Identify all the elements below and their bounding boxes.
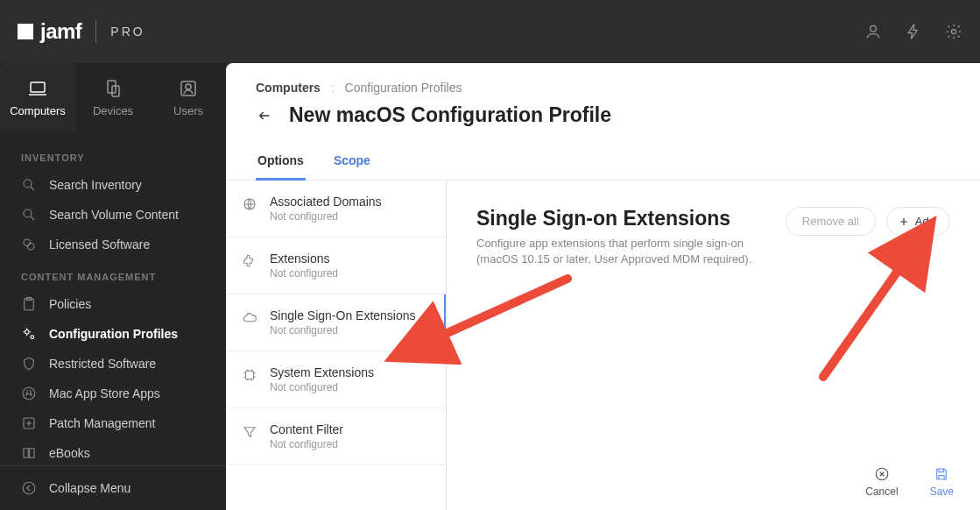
payload-content-filter[interactable]: Content FilterNot configured	[226, 408, 446, 465]
logo-divider	[95, 20, 96, 43]
nav-search-volume[interactable]: Search Volume Content	[0, 200, 226, 230]
nav-item-label: Search Inventory	[49, 178, 142, 192]
payload-sub: Not configured	[270, 324, 416, 336]
funnel-icon	[242, 424, 257, 440]
nav-policies[interactable]: Policies	[0, 289, 226, 319]
svg-point-0	[871, 25, 877, 32]
cancel-icon	[874, 466, 890, 482]
remove-all-button[interactable]: Remove all	[786, 207, 876, 236]
nav-licensed-software[interactable]: Licensed Software	[0, 230, 226, 259]
search-icon	[21, 177, 37, 193]
left-sidebar: Computers Devices Users INVENTORY Search…	[0, 63, 226, 510]
top-icons	[864, 23, 962, 40]
payload-label: System Extensions	[270, 365, 374, 379]
nav-tab-label: Computers	[10, 104, 66, 117]
page-title: New macOS Configuration Profile	[289, 103, 611, 127]
payload-label: Content Filter	[270, 422, 343, 436]
main-panel: Computers : Configuration Profiles New m…	[226, 63, 980, 510]
nav-item-label: Restricted Software	[49, 357, 156, 371]
detail-title: Single Sign-on Extensions	[476, 207, 768, 230]
payload-label: Associated Domains	[270, 195, 382, 209]
nav-item-label: Policies	[49, 297, 91, 311]
tab-options[interactable]: Options	[256, 145, 306, 180]
logo-text: jamf	[40, 19, 81, 44]
nav-tab-label: Devices	[93, 104, 133, 117]
svg-point-13	[25, 330, 30, 335]
nav-ebooks[interactable]: eBooks	[0, 438, 226, 465]
users-icon	[178, 78, 199, 99]
footer-actions: Cancel Save	[865, 466, 954, 498]
cancel-button[interactable]: Cancel	[865, 466, 898, 498]
nav-item-label: Configuration Profiles	[49, 327, 178, 341]
search-icon	[21, 207, 37, 223]
puzzle-icon	[242, 253, 257, 269]
license-icon	[21, 237, 37, 252]
nav-patch-mgmt[interactable]: Patch Management	[0, 408, 226, 438]
payload-extensions[interactable]: ExtensionsNot configured	[226, 237, 446, 294]
payload-associated-domains[interactable]: Associated DomainsNot configured	[226, 181, 446, 237]
svg-point-14	[31, 336, 34, 339]
logo-edition: PRO	[110, 25, 145, 39]
nav-config-profiles[interactable]: Configuration Profiles	[0, 319, 226, 349]
payload-system-extensions[interactable]: System ExtensionsNot configured	[226, 351, 446, 408]
payload-sub: Not configured	[270, 438, 343, 450]
detail-panel: Single Sign-on Extensions Configure app …	[447, 181, 980, 510]
svg-rect-2	[31, 82, 45, 92]
nav-tab-computers[interactable]: Computers	[0, 63, 75, 131]
breadcrumb: Computers : Configuration Profiles	[226, 63, 980, 95]
breadcrumb-sep: :	[331, 81, 335, 95]
save-button[interactable]: Save	[930, 466, 954, 498]
collapse-menu[interactable]: Collapse Menu	[0, 465, 226, 510]
save-icon	[934, 466, 949, 482]
svg-point-10	[28, 244, 35, 251]
payload-sub: Not configured	[270, 210, 382, 223]
gear-icon[interactable]	[945, 23, 962, 40]
tab-scope[interactable]: Scope	[332, 145, 372, 180]
nav-tab-devices[interactable]: Devices	[75, 63, 151, 131]
svg-point-15	[23, 387, 35, 400]
add-label: Add	[915, 215, 935, 228]
patch-icon	[21, 415, 37, 431]
breadcrumb-current[interactable]: Configuration Profiles	[345, 81, 462, 95]
nav-search-inventory[interactable]: Search Inventory	[0, 170, 226, 200]
svg-point-8	[24, 209, 32, 217]
chip-icon	[242, 367, 257, 383]
nav-restricted-software[interactable]: Restricted Software	[0, 349, 226, 379]
laptop-icon	[27, 78, 48, 99]
section-content-mgmt: CONTENT MANAGEMENT	[0, 259, 226, 289]
svg-point-1	[952, 30, 956, 34]
svg-point-9	[24, 239, 31, 246]
payload-sub: Not configured	[270, 267, 338, 280]
payload-sub: Not configured	[270, 381, 374, 393]
plus-icon	[898, 216, 910, 228]
payload-sso-extensions[interactable]: Single Sign-On ExtensionsNot configured	[226, 294, 446, 351]
back-arrow-icon[interactable]	[256, 109, 273, 123]
content-row: Associated DomainsNot configured Extensi…	[226, 181, 980, 510]
svg-point-6	[186, 84, 191, 89]
payload-list[interactable]: Associated DomainsNot configured Extensi…	[226, 181, 447, 510]
logo-mark-icon	[18, 24, 33, 39]
save-label: Save	[930, 485, 954, 498]
gears-icon	[21, 326, 37, 342]
clipboard-icon	[21, 296, 37, 312]
user-icon[interactable]	[864, 23, 882, 40]
shield-icon	[21, 356, 37, 372]
payload-label: Single Sign-On Extensions	[270, 308, 416, 322]
book-icon	[21, 445, 37, 461]
breadcrumb-root[interactable]: Computers	[256, 81, 321, 95]
collapse-label: Collapse Menu	[49, 481, 130, 495]
nav-mas-apps[interactable]: Mac App Store Apps	[0, 379, 226, 408]
nav-tab-users[interactable]: Users	[151, 63, 226, 131]
bolt-icon[interactable]	[905, 23, 922, 40]
svg-rect-19	[246, 372, 254, 379]
nav-item-label: Search Volume Content	[49, 208, 179, 222]
devices-icon	[102, 78, 123, 99]
logo[interactable]: jamf PRO	[18, 19, 145, 44]
detail-head: Single Sign-on Extensions Configure app …	[476, 207, 950, 267]
collapse-icon	[21, 480, 37, 496]
nav-tabs: Computers Devices Users	[0, 63, 226, 131]
section-inventory: INVENTORY	[0, 140, 226, 170]
tabs-row: Options Scope	[226, 145, 980, 181]
detail-actions: Remove all Add	[786, 207, 950, 236]
add-button[interactable]: Add	[886, 207, 950, 236]
